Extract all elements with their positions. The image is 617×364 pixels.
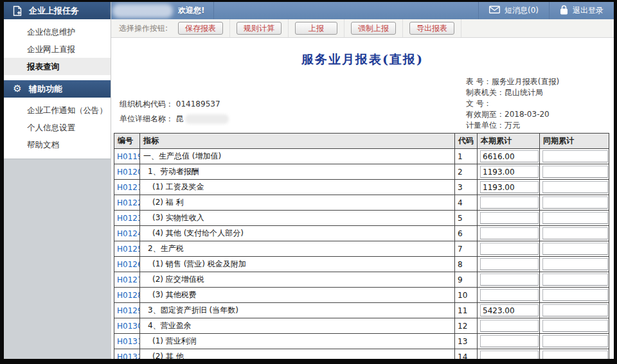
row-id-link[interactable]: H0126 bbox=[114, 257, 140, 272]
sidebar-item-personal-settings[interactable]: 个人信息设置 bbox=[4, 119, 111, 136]
current-period-input[interactable] bbox=[480, 258, 539, 270]
col-header-indicator: 指标 bbox=[140, 134, 455, 149]
row-id-link[interactable]: H0119 bbox=[114, 149, 140, 164]
row-id-link[interactable]: H0125 bbox=[114, 241, 140, 257]
row-id-link[interactable]: H0120 bbox=[114, 164, 140, 180]
report-table: 编号 指标 代码 本期累计 同期累计 H0119 一、生产总值 (增加值) 1 … bbox=[114, 133, 609, 359]
force-submit-button[interactable]: 强制上报 bbox=[351, 22, 396, 35]
unit-line: 计量单位：万元 bbox=[466, 120, 604, 131]
prior-period-input[interactable] bbox=[542, 273, 608, 286]
row-code: 6 bbox=[455, 226, 478, 241]
row-id-link[interactable]: H0123 bbox=[114, 211, 140, 226]
row-code: 4 bbox=[455, 195, 478, 211]
row-id-link[interactable]: H0121 bbox=[114, 180, 140, 195]
sidebar-item-work-notice[interactable]: 企业工作通知（公告） bbox=[4, 101, 111, 119]
row-code: 13 bbox=[455, 334, 478, 349]
col-header-id: 编号 bbox=[114, 134, 140, 149]
company-name-value: 昆 bbox=[176, 114, 184, 123]
row-id-link[interactable]: H0127 bbox=[114, 272, 140, 288]
row-id-link[interactable]: H0124 bbox=[114, 226, 140, 241]
prior-period-input[interactable] bbox=[542, 243, 608, 255]
row-indicator: (3) 其他税费 bbox=[140, 288, 455, 303]
topbar: 欢迎您! 短消息(0) 退出登录 bbox=[111, 2, 614, 19]
prior-period-input[interactable] bbox=[542, 181, 608, 193]
table-row: H0131 (1) 营业利润 13 bbox=[114, 334, 609, 349]
main-area: 欢迎您! 短消息(0) 退出登录 bbox=[111, 2, 614, 359]
row-indicator: (1) 工资及奖金 bbox=[140, 180, 455, 195]
prior-period-input[interactable] bbox=[542, 320, 608, 332]
current-period-input[interactable] bbox=[480, 166, 539, 178]
sidebar-item-help-docs[interactable]: 帮助文档 bbox=[4, 136, 111, 153]
table-row: H0125 2、生产税 7 bbox=[114, 241, 609, 257]
row-id-link[interactable]: H0132 bbox=[114, 349, 140, 360]
logout-button[interactable]: 退出登录 bbox=[549, 2, 614, 19]
redacted-username bbox=[112, 4, 173, 18]
company-name-line: 单位详细名称： 昆 bbox=[120, 112, 229, 126]
sidebar-section-title: 企业上报任务 bbox=[29, 5, 79, 17]
current-period-input[interactable] bbox=[480, 181, 539, 193]
table-row: H0128 (3) 其他税费 10 bbox=[114, 288, 609, 303]
sidebar-item-enterprise-info[interactable]: 企业信息维护 bbox=[4, 23, 111, 40]
row-indicator: 4、营业盈余 bbox=[140, 318, 455, 334]
row-code: 5 bbox=[455, 211, 478, 226]
row-id-link[interactable]: H0131 bbox=[114, 334, 140, 349]
prior-period-input[interactable] bbox=[542, 196, 608, 209]
table-row: H0126 (1) 销售 (营业) 税金及附加 8 bbox=[114, 257, 609, 272]
row-code: 2 bbox=[455, 164, 478, 180]
sidebar-item-report-query[interactable]: 报表查询 bbox=[4, 58, 111, 75]
current-period-input[interactable] bbox=[480, 289, 539, 301]
org-code-value: 014189537 bbox=[176, 100, 220, 108]
current-period-input[interactable] bbox=[480, 150, 539, 162]
current-period-input[interactable] bbox=[480, 351, 539, 359]
current-period-input[interactable] bbox=[480, 212, 539, 224]
prior-period-input[interactable] bbox=[542, 351, 608, 359]
prior-period-input[interactable] bbox=[542, 258, 608, 270]
row-indicator: (1) 销售 (营业) 税金及附加 bbox=[140, 257, 455, 272]
table-row: H0119 一、生产总值 (增加值) 1 bbox=[114, 149, 609, 164]
row-indicator: 1、劳动者报酬 bbox=[140, 164, 455, 180]
table-row: H0130 4、营业盈余 12 bbox=[114, 318, 609, 334]
prior-period-input[interactable] bbox=[542, 212, 608, 224]
row-code: 7 bbox=[455, 241, 478, 257]
gear-icon: ⚙ bbox=[12, 84, 22, 94]
prior-period-input[interactable] bbox=[542, 335, 608, 347]
prior-period-input[interactable] bbox=[542, 150, 608, 162]
company-name-label: 单位详细名称： bbox=[120, 114, 174, 123]
current-period-input[interactable] bbox=[480, 320, 539, 332]
row-code: 8 bbox=[455, 257, 478, 272]
current-period-input[interactable] bbox=[480, 304, 539, 316]
prior-period-input[interactable] bbox=[542, 166, 608, 178]
current-period-input[interactable] bbox=[480, 196, 539, 209]
doc-number-line: 文 号： bbox=[466, 98, 604, 109]
row-id-link[interactable]: H0128 bbox=[114, 288, 140, 303]
current-period-input[interactable] bbox=[480, 335, 539, 347]
prior-period-input[interactable] bbox=[542, 289, 608, 301]
row-id-link[interactable]: H0122 bbox=[114, 195, 140, 211]
row-id-link[interactable]: H0130 bbox=[114, 318, 140, 334]
current-period-input[interactable] bbox=[480, 227, 539, 239]
col-header-prior-period: 同期累计 bbox=[540, 134, 609, 149]
messages-button[interactable]: 短消息(0) bbox=[478, 2, 549, 19]
row-indicator: (4) 其他 (支付给个人部分) bbox=[140, 226, 455, 241]
welcome-text: 欢迎您! bbox=[178, 5, 204, 16]
sidebar-section-auxiliary[interactable]: ⚙ 辅助功能 bbox=[4, 80, 111, 98]
form-meta-block: 表 号：服务业月报表(直报) 制表机关：昆山统计局 文 号： 有效期至：2018… bbox=[466, 76, 604, 131]
row-id-link[interactable]: H0129 bbox=[114, 303, 140, 318]
prior-period-input[interactable] bbox=[542, 304, 608, 316]
save-report-button[interactable]: 保存报表 bbox=[178, 22, 223, 35]
report-title: 服务业月报表(直报) bbox=[113, 51, 612, 68]
rule-calculate-button[interactable]: 规则计算 bbox=[237, 22, 282, 35]
issuing-agency-line: 制表机关：昆山统计局 bbox=[466, 87, 604, 98]
current-period-input[interactable] bbox=[480, 273, 539, 286]
envelope-icon bbox=[489, 6, 500, 15]
current-period-input[interactable] bbox=[480, 243, 539, 255]
prior-period-input[interactable] bbox=[542, 227, 608, 239]
submit-button[interactable]: 上报 bbox=[295, 22, 337, 35]
row-indicator: (2) 应交增值税 bbox=[140, 272, 455, 288]
sidebar-section-title: 辅助功能 bbox=[29, 83, 62, 95]
row-indicator: (1) 营业利润 bbox=[140, 334, 455, 349]
sidebar-item-online-direct-report[interactable]: 企业网上直报 bbox=[4, 40, 111, 58]
export-report-button[interactable]: 导出报表 bbox=[409, 22, 454, 35]
sidebar: 企业上报任务 企业信息维护 企业网上直报 报表查询 ⚙ 辅助功能 企业工作通知（… bbox=[4, 2, 111, 359]
sidebar-section-enterprise-tasks[interactable]: 企业上报任务 bbox=[4, 2, 111, 19]
